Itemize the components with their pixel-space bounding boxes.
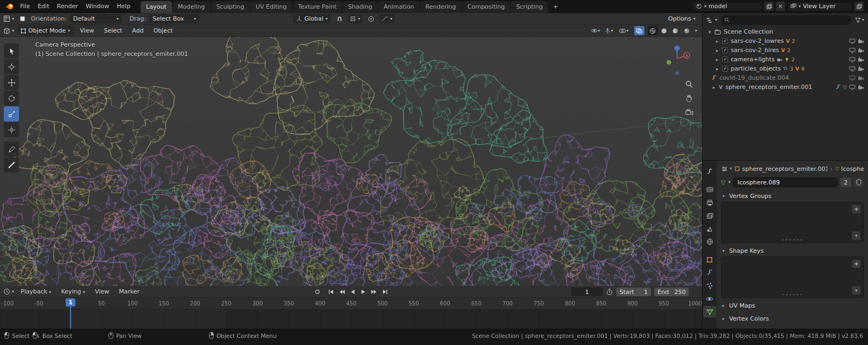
hide-in-viewport-icon[interactable]: [849, 85, 856, 90]
timeline-body[interactable]: [0, 310, 702, 329]
zoom-view-button[interactable]: [683, 78, 695, 90]
workspace-tab-layout[interactable]: Layout: [141, 1, 171, 13]
move-view-button[interactable]: [683, 92, 695, 104]
proportional-falloff-dropdown[interactable]: ▾: [379, 14, 394, 23]
breadcrumb-data[interactable]: ▽ Icosphe: [835, 165, 864, 173]
tool-annotate[interactable]: [4, 142, 19, 157]
panel-resize-grip[interactable]: ∙∙∙∙∙∙: [782, 292, 803, 297]
previous-keyframe-button[interactable]: [337, 287, 346, 296]
vertex-groups-header[interactable]: ▾ Vertex Groups: [721, 191, 864, 201]
vertex-groups-list[interactable]: + ▾ ∙∙∙∙∙∙: [721, 202, 864, 243]
outliner-row-object[interactable]: covid-19_duplicate.004: [703, 73, 868, 82]
outliner-row-collection[interactable]: ▸ ✓ camera+lights 2: [703, 55, 868, 64]
workspace-tab-shading[interactable]: Shading: [343, 1, 378, 13]
collection-checkbox[interactable]: ✓: [722, 38, 728, 44]
camera-view-button[interactable]: [683, 106, 695, 118]
orientation-dropdown[interactable]: Default ▾: [70, 14, 122, 23]
disclosure-triangle-icon[interactable]: ▸: [714, 39, 720, 44]
auto-keying-toggle[interactable]: [312, 287, 322, 296]
snap-settings-dropdown[interactable]: ▾: [348, 14, 362, 23]
viewport-3d[interactable]: Camera Perspective (1) Scene Collection …: [0, 37, 702, 286]
menu-help[interactable]: Help: [113, 0, 134, 12]
disable-in-renders-icon[interactable]: [858, 75, 864, 81]
hide-in-viewport-icon[interactable]: [849, 75, 856, 81]
collection-checkbox[interactable]: ✓: [722, 47, 728, 53]
show-overlays-dropdown[interactable]: ▾: [617, 26, 631, 35]
disclosure-triangle-icon[interactable]: ▸: [711, 85, 717, 90]
hide-in-viewport-icon[interactable]: [849, 39, 856, 44]
workspace-tab-animation[interactable]: Animation: [378, 1, 419, 13]
proportional-editing-toggle[interactable]: [366, 14, 376, 23]
workspace-tab-modeling[interactable]: Modeling: [173, 1, 210, 13]
options-dropdown[interactable]: Options ▾: [665, 14, 699, 23]
mode-dropdown[interactable]: Object Mode ▾: [17, 26, 73, 35]
workspace-tab-uv-editing[interactable]: UV Editing: [250, 1, 292, 13]
shading-material-button[interactable]: [671, 26, 681, 35]
new-view-layer-button[interactable]: [854, 2, 864, 11]
jump-to-end-button[interactable]: [380, 287, 390, 296]
toggle-xray-button[interactable]: [634, 26, 644, 35]
disable-in-renders-icon[interactable]: [858, 39, 864, 44]
properties-tab-view-layer[interactable]: [703, 210, 716, 221]
fake-user-shield-icon[interactable]: [854, 177, 864, 187]
new-scene-button[interactable]: [764, 2, 774, 11]
tool-rotate[interactable]: [4, 91, 19, 106]
outliner-row-object-active[interactable]: ▸ V sphere_receptors_emiter.001 ▽: [703, 82, 868, 92]
shape-keys-list[interactable]: + ▾ ∙∙∙∙∙∙: [721, 257, 864, 298]
uv-maps-header[interactable]: ▸ UV Maps: [721, 301, 864, 311]
object-type-visibility-dropdown[interactable]: ▾: [590, 26, 601, 35]
vertex-colors-header[interactable]: ▸ Vertex Colors: [721, 314, 864, 324]
disclosure-triangle-icon[interactable]: ▸: [714, 48, 720, 53]
active-tool-icon[interactable]: [17, 14, 28, 23]
shape-keys-header[interactable]: ▾ Shape Keys: [721, 246, 864, 256]
disable-in-renders-icon[interactable]: [858, 66, 864, 72]
tool-cursor[interactable]: [4, 59, 19, 74]
playhead[interactable]: 1: [70, 298, 71, 329]
menu-render[interactable]: Render: [53, 0, 82, 12]
properties-editor-type-button[interactable]: ▾: [721, 165, 732, 173]
workspace-tab-sculpting[interactable]: Sculpting: [211, 1, 250, 13]
properties-tab-object[interactable]: [703, 254, 716, 265]
menu-marker[interactable]: Marker: [116, 288, 143, 295]
menu-edit[interactable]: Edit: [34, 0, 53, 12]
outliner-row-scene-collection[interactable]: ▾ Scene Collection: [703, 27, 868, 36]
shading-dropdown[interactable]: ▾: [693, 29, 699, 33]
shading-solid-button[interactable]: [659, 26, 669, 35]
menu-keying[interactable]: Keying ▾: [58, 288, 88, 295]
disclosure-triangle-icon[interactable]: ▾: [707, 29, 712, 35]
current-frame-field[interactable]: 1: [571, 288, 603, 296]
tool-move[interactable]: [4, 75, 19, 90]
jump-to-start-button[interactable]: [326, 287, 335, 296]
snap-toggle[interactable]: [334, 14, 344, 23]
viewport-canvas[interactable]: [0, 37, 702, 286]
hide-in-viewport-icon[interactable]: [849, 57, 856, 62]
hide-in-viewport-icon[interactable]: [849, 66, 856, 72]
add-vertex-group-button[interactable]: +: [852, 205, 861, 214]
timeline-ruler[interactable]: -100-50050100150200250300350400450500550…: [0, 298, 702, 310]
tool-transform[interactable]: [4, 122, 19, 137]
workspace-tab-compositing[interactable]: Compositing: [462, 1, 510, 13]
properties-tab-render[interactable]: [703, 184, 716, 195]
viewport-editor-type-button[interactable]: ▾: [3, 27, 14, 34]
add-shape-key-button[interactable]: +: [852, 259, 861, 269]
properties-tab-world[interactable]: [703, 236, 716, 247]
shading-rendered-button[interactable]: [682, 26, 692, 35]
disclosure-triangle-icon[interactable]: ▸: [714, 57, 720, 62]
navigation-gizmo[interactable]: X: [663, 43, 691, 77]
tool-scale[interactable]: [4, 106, 19, 122]
workspace-tab-texture-paint[interactable]: Texture Paint: [293, 1, 342, 13]
editor-type-button[interactable]: ▾: [3, 15, 14, 22]
vertex-group-specials-menu[interactable]: ▾: [852, 231, 861, 240]
show-gizmo-dropdown[interactable]: ▾: [602, 26, 616, 35]
drag-dropdown[interactable]: Select Box ▾: [149, 14, 199, 23]
breadcrumb-object[interactable]: sphere_receptors_emiter.001: [735, 165, 827, 173]
menu-file[interactable]: File: [16, 0, 34, 12]
workspace-tab-scripting[interactable]: Scripting: [510, 1, 548, 13]
workspace-tab-rendering[interactable]: Rendering: [420, 1, 461, 13]
properties-tab-tool[interactable]: [703, 166, 716, 177]
collection-checkbox[interactable]: ✓: [722, 66, 728, 72]
outliner-search-input[interactable]: [720, 15, 852, 25]
shape-key-specials-menu[interactable]: ▾: [852, 286, 861, 295]
scene-selector[interactable]: ▾ model: [693, 2, 762, 11]
properties-tab-physics[interactable]: [703, 293, 716, 304]
